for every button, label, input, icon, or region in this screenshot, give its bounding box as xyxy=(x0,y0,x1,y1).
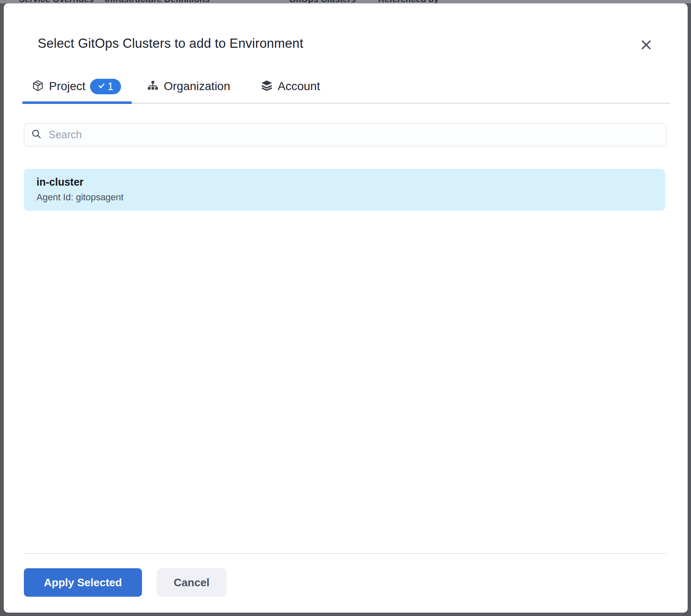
search-icon xyxy=(31,129,42,141)
org-chart-icon xyxy=(147,79,159,93)
close-icon xyxy=(640,39,652,52)
selected-count: 1 xyxy=(108,80,113,93)
tab-organization-label: Organization xyxy=(164,80,230,93)
cluster-name: in-cluster xyxy=(36,176,665,188)
active-tab-indicator xyxy=(22,101,132,104)
search-box xyxy=(24,123,667,146)
apply-selected-button[interactable]: Apply Selected xyxy=(24,568,142,597)
background-tab-gitops-clusters: GitOps Clusters xyxy=(289,0,356,3)
layers-icon xyxy=(260,79,273,93)
page-behind-overlay: Service Overrides Infrastructure Definit… xyxy=(0,0,691,3)
tab-project[interactable]: Project 1 xyxy=(31,77,121,96)
select-gitops-clusters-dialog: Select GitOps Clusters to add to Environ… xyxy=(4,3,688,613)
cluster-agent-id: Agent Id: gitopsagent xyxy=(36,192,665,203)
cancel-button[interactable]: Cancel xyxy=(157,568,227,597)
selected-count-badge: 1 xyxy=(90,79,121,94)
cube-icon xyxy=(31,79,44,94)
background-tab-infrastructure-definitions: Infrastructure Definitions xyxy=(105,0,210,3)
tab-account[interactable]: Account xyxy=(260,77,320,96)
tab-organization[interactable]: Organization xyxy=(147,77,230,96)
search-input[interactable] xyxy=(48,128,660,141)
tab-account-label: Account xyxy=(278,80,320,93)
footer-divider xyxy=(24,553,667,554)
check-icon xyxy=(98,82,105,91)
background-tab-referenced-by: Referenced by xyxy=(378,0,439,3)
background-tab-service-overrides: Service Overrides xyxy=(19,0,94,3)
close-button[interactable] xyxy=(636,35,656,55)
dialog-title: Select GitOps Clusters to add to Environ… xyxy=(38,36,303,51)
tab-project-label: Project xyxy=(49,80,85,93)
cluster-list-item-in-cluster[interactable]: in-cluster Agent Id: gitopsagent xyxy=(24,169,665,211)
